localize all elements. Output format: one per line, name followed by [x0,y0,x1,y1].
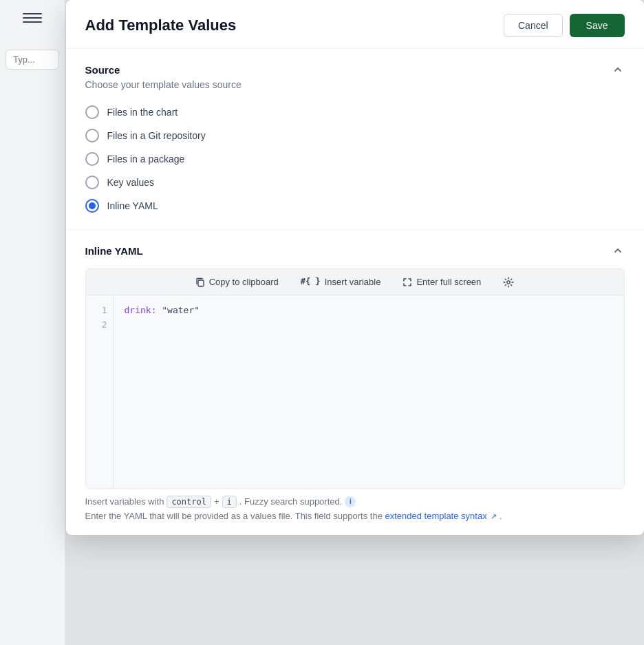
save-button[interactable]: Save [570,14,625,37]
hint1-plus: + [214,496,219,507]
modal-overlay: Add Template Values Cancel Save Source C… [65,0,644,645]
radio-option-package[interactable]: Files in a package [85,152,625,166]
radio-option-git[interactable]: Files in a Git repository [85,129,625,142]
radio-option-keyvalues[interactable]: Key values [85,176,625,189]
line-number-1: 1 [94,304,107,318]
radio-inline-yaml[interactable] [85,199,99,213]
inline-yaml-header: Inline YAML [85,244,625,257]
hint1-prefix: Insert variables with [85,496,164,507]
fullscreen-label: Enter full screen [416,277,481,287]
line-numbers: 1 2 [86,295,114,488]
fullscreen-icon [402,277,412,288]
radio-git[interactable] [85,129,99,142]
hamburger-menu-icon[interactable] [23,8,42,28]
hint-line-1: Insert variables with control + i . Fuzz… [85,496,625,508]
radio-option-chart[interactable]: Files in the chart [85,105,625,119]
hint2-prefix: Enter the YAML that will be provided as … [85,511,383,521]
radio-keyvalues[interactable] [85,176,99,189]
insert-label: Insert variable [325,277,381,287]
inline-yaml-chevron[interactable] [611,244,625,257]
copy-label: Copy to clipboard [209,277,279,287]
radio-package[interactable] [85,152,99,166]
radio-keyvalues-label: Key values [107,177,154,188]
source-section-header: Source [85,63,625,76]
source-options: Files in the chart Files in a Git reposi… [85,103,625,215]
code-editor: Copy to clipboard #{ } Insert variable [85,268,625,489]
code-toolbar: Copy to clipboard #{ } Insert variable [86,269,624,295]
control-kbd: control [167,496,211,508]
code-content[interactable]: drink: "water" [114,295,624,488]
main-content: Add Template Values Cancel Save Source C… [65,0,644,645]
enter-fullscreen-button[interactable]: Enter full screen [400,275,484,289]
source-section-chevron[interactable] [611,63,625,76]
i-kbd: i [222,496,237,508]
header-buttons: Cancel Save [504,14,625,37]
inline-yaml-section: Inline YAML [66,230,644,535]
code-key: drink: [125,305,157,315]
hint1-suffix: . Fuzzy search supported. [239,496,343,507]
copy-icon [195,276,205,287]
external-link-icon: ↗ [491,512,497,521]
insert-variable-button[interactable]: #{ } Insert variable [298,275,384,288]
svg-point-1 [507,280,510,283]
radio-chart-label: Files in the chart [107,107,178,118]
sidebar-search [0,44,65,75]
inline-yaml-title: Inline YAML [85,245,143,257]
radio-inline-yaml-label: Inline YAML [107,200,158,211]
settings-icon [503,276,514,288]
source-section-subtitle: Choose your template values source [85,79,625,90]
code-value: "water" [162,305,200,315]
copy-to-clipboard-button[interactable]: Copy to clipboard [193,275,281,288]
sidebar [0,0,65,645]
source-section-title: Source [85,64,120,76]
radio-package-label: Files in a package [107,154,185,165]
add-template-values-modal: Add Template Values Cancel Save Source C… [66,0,644,535]
settings-button[interactable] [500,275,517,289]
code-line-1: drink: "water" [125,304,613,318]
editor-footer: Insert variables with control + i . Fuzz… [85,489,625,521]
modal-header: Add Template Values Cancel Save [66,0,644,49]
cancel-button[interactable]: Cancel [504,14,563,37]
code-line-2 [125,318,613,332]
line-number-2: 2 [94,318,107,332]
hint2-suffix: . [500,511,502,521]
search-input[interactable] [6,50,59,70]
radio-option-inline-yaml[interactable]: Inline YAML [85,199,625,213]
svg-rect-0 [198,280,204,286]
modal-title: Add Template Values [85,17,237,34]
radio-chart[interactable] [85,105,99,119]
radio-git-label: Files in a Git repository [107,130,206,141]
insert-icon: #{ } [301,277,321,286]
source-section: Source Choose your template values sourc… [66,49,644,230]
hint-line-2: Enter the YAML that will be provided as … [85,511,625,521]
code-editor-body: 1 2 drink: "water" [86,295,624,488]
extended-template-syntax-link[interactable]: extended template syntax [385,511,487,521]
info-badge-1: i [345,496,356,507]
